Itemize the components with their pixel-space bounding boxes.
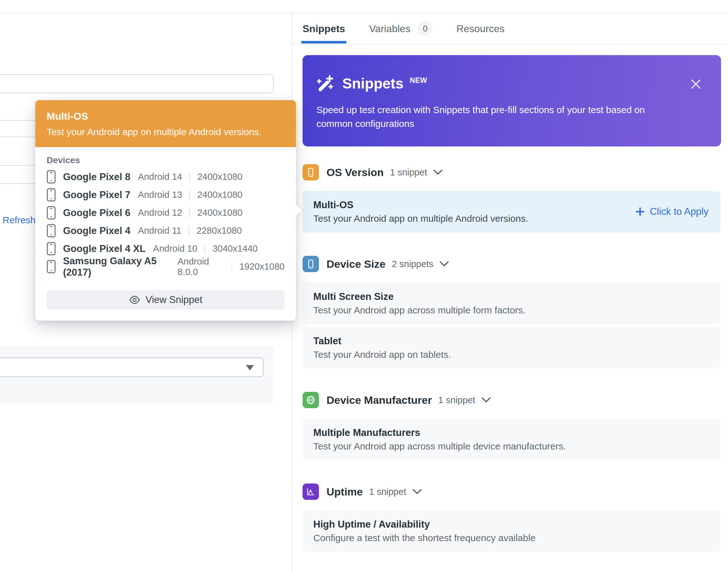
section-title: Device Manufacturer — [327, 394, 432, 406]
tab-label: Variables — [369, 23, 410, 34]
section-count: 1 snippet — [390, 167, 427, 177]
tab-label: Resources — [456, 23, 505, 34]
panel-content: Snippets NEW Speed up test creation with… — [292, 45, 728, 552]
popover-description: Test your Android app on multiple Androi… — [47, 127, 284, 137]
apply-label: Click to Apply — [650, 206, 709, 217]
device-resolution: 1920x1080 — [239, 262, 284, 272]
device-resolution: 2400x1080 — [197, 208, 243, 218]
phone-icon — [47, 260, 56, 273]
snippet-preview-popover: Multi-OS Test your Android app on multip… — [35, 100, 296, 320]
device-name: Google Pixel 4 — [63, 225, 130, 236]
banner-header-row: Snippets NEW — [316, 75, 707, 92]
dropdown-select[interactable] — [0, 358, 263, 377]
divider — [189, 190, 190, 200]
card-description: Test your Android app across multiple de… — [313, 441, 710, 452]
section-count: 1 snippet — [369, 487, 406, 497]
device-name: Samsung Galaxy A5 (2017) — [63, 256, 170, 278]
section-device-manufacturer: Device Manufacturer 1 snippet Multiple M… — [303, 392, 728, 460]
phone-icon — [303, 164, 319, 181]
device-row: Google Pixel 8 Android 14 2400x1080 — [47, 168, 284, 186]
card-title: Tablet — [313, 335, 710, 347]
plus-icon — [635, 207, 645, 217]
snippet-card-multi-os[interactable]: Multi-OS Test your Android app on multip… — [303, 191, 720, 232]
section-device-size: Device Size 2 snippets Multi Screen Size… — [303, 256, 728, 368]
section-count: 2 snippets — [392, 259, 433, 269]
section-header: Uptime 1 snippet — [303, 484, 728, 500]
chevron-down-icon[interactable] — [481, 397, 491, 403]
section-header: Device Manufacturer 1 snippet — [303, 392, 728, 408]
section-uptime: Uptime 1 snippet High Uptime / Availabil… — [303, 484, 728, 552]
pulse-chart-icon — [303, 484, 319, 500]
active-tab-underline — [301, 41, 346, 44]
view-snippet-button[interactable]: View Snippet — [47, 290, 284, 310]
banner-title: Snippets — [342, 75, 403, 92]
device-row: Google Pixel 4 Android 11 2280x1080 — [47, 222, 284, 240]
card-title: Multiple Manufacturers — [313, 427, 710, 439]
refresh-link[interactable]: Refresh — [3, 215, 36, 225]
banner-description: Speed up test creation with Snippets tha… — [316, 103, 682, 131]
device-row: Google Pixel 7 Android 13 2400x1080 — [47, 186, 284, 204]
device-name: Google Pixel 4 XL — [63, 243, 146, 255]
divider — [189, 172, 190, 182]
phone-icon — [47, 206, 56, 220]
divider — [189, 208, 190, 218]
chevron-down-icon[interactable] — [433, 169, 443, 175]
device-name: Google Pixel 7 — [63, 189, 130, 201]
snippet-card-high-uptime[interactable]: High Uptime / Availability Configure a t… — [303, 510, 720, 552]
section-os-version: OS Version 1 snippet Multi-OS Test your … — [303, 164, 728, 232]
new-badge: NEW — [410, 76, 427, 85]
divider — [205, 244, 205, 254]
device-resolution: 2400x1080 — [197, 190, 243, 200]
magic-wand-icon — [316, 75, 334, 92]
device-name: Google Pixel 8 — [63, 171, 130, 183]
popover-body: Devices Google Pixel 8 Android 14 2400x1… — [35, 147, 296, 320]
page: Refresh Multi-OS Test your Android app o… — [0, 0, 728, 572]
phone-icon — [47, 188, 56, 202]
device-os: Android 12 — [138, 208, 182, 218]
tab-variables[interactable]: Variables 0 — [369, 13, 433, 44]
card-title: High Uptime / Availability — [313, 518, 710, 530]
phone-icon — [47, 170, 56, 184]
tab-label: Snippets — [303, 23, 345, 34]
popover-header: Multi-OS Test your Android app on multip… — [35, 100, 296, 147]
chevron-down-icon[interactable] — [412, 489, 422, 495]
section-count: 1 snippet — [438, 395, 475, 405]
form-group-panel — [0, 346, 274, 404]
click-to-apply-button[interactable]: Click to Apply — [635, 206, 709, 217]
tab-bar: Snippets Variables 0 Resources — [292, 13, 728, 45]
device-resolution: 3040x1440 — [212, 243, 258, 254]
snippet-card-multiple-manufacturers[interactable]: Multiple Manufacturers Test your Android… — [303, 419, 720, 460]
device-row: Google Pixel 6 Android 12 2400x1080 — [47, 204, 284, 222]
tab-resources[interactable]: Resources — [456, 13, 505, 44]
eye-icon — [129, 295, 140, 304]
snippet-card-multi-screen-size[interactable]: Multi Screen Size Test your Android app … — [303, 283, 720, 324]
close-banner-button[interactable] — [690, 78, 702, 90]
section-title: Uptime — [327, 486, 363, 498]
device-resolution: 2280x1080 — [197, 225, 242, 236]
section-header: Device Size 2 snippets — [303, 256, 728, 272]
phone-icon — [47, 242, 56, 256]
divider — [231, 262, 232, 272]
card-title: Multi Screen Size — [313, 291, 710, 303]
snippet-card-tablet[interactable]: Tablet Test your Android app on tablets. — [303, 327, 720, 368]
device-row: Samsung Galaxy A5 (2017) Android 8.0.0 1… — [47, 258, 284, 276]
snippets-promo-banner: Snippets NEW Speed up test creation with… — [303, 55, 721, 146]
device-os: Android 8.0.0 — [178, 257, 224, 277]
form-text-input[interactable] — [0, 74, 274, 93]
close-icon — [690, 78, 702, 90]
divider — [189, 226, 189, 236]
device-os: Android 13 — [138, 190, 182, 200]
chevron-down-icon[interactable] — [440, 261, 449, 267]
caret-down-icon — [246, 365, 254, 370]
tab-snippets[interactable]: Snippets — [303, 13, 345, 44]
variables-count-badge: 0 — [418, 21, 433, 36]
phone-icon — [47, 224, 56, 237]
section-title: OS Version — [327, 166, 384, 178]
device-row: Google Pixel 4 XL Android 10 3040x1440 — [47, 240, 284, 258]
device-os: Android 14 — [138, 172, 182, 182]
popover-title: Multi-OS — [47, 111, 284, 122]
device-os: Android 10 — [153, 243, 197, 254]
card-description: Test your Android app on tablets. — [313, 349, 710, 360]
card-description: Test your Android app across multiple fo… — [313, 304, 710, 316]
device-os: Android 11 — [138, 225, 182, 236]
